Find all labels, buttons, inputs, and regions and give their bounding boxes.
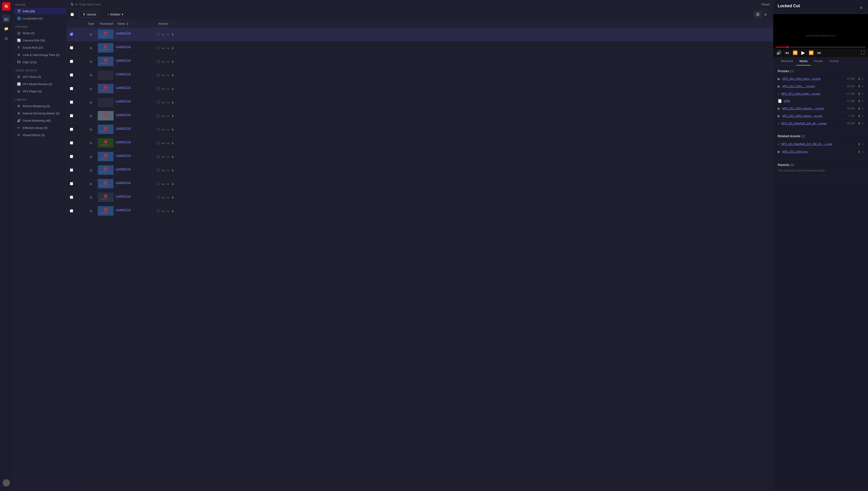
expand-button[interactable]: › <box>79 141 82 146</box>
volume-icon[interactable]: 🔊 <box>776 50 781 55</box>
row-checkbox[interactable] <box>70 87 73 90</box>
sidebar-item-clips[interactable]: 🎞 Clips (210) <box>14 59 65 65</box>
download-button[interactable]: ⬇ <box>171 60 174 64</box>
proxy-download-button[interactable]: ⬇ <box>858 85 861 88</box>
table-row[interactable]: › ⧉ Locked Cut — ⓘ ⇔ ↪ ⬇ <box>67 55 773 68</box>
sidebar-item-vfx-shots[interactable]: 🖥 VFX Shots (0) <box>14 74 65 80</box>
expand-button[interactable]: › <box>79 154 82 160</box>
download-button[interactable]: ⬇ <box>171 155 174 159</box>
table-row[interactable]: › ⧉ Locked Cut — ⓘ ⇔ ↪ ⬇ <box>67 191 773 204</box>
media-tab[interactable]: Media <box>796 57 810 65</box>
expand-button[interactable]: › <box>79 114 82 119</box>
add-filter-icon[interactable]: + <box>75 2 78 6</box>
table-row[interactable]: › ⧉ Locked Cut — ⓘ ⇔ ↪ ⬇ <box>67 177 773 191</box>
link-button[interactable]: ⇔ <box>162 33 165 37</box>
proxy-arrow-icon[interactable]: › <box>862 77 864 81</box>
related-asset-arrow-icon[interactable]: › <box>862 142 864 146</box>
people-tab[interactable]: People <box>811 57 826 65</box>
sidebar-item-shots[interactable]: 🎥 Shots (0) <box>14 30 65 36</box>
proxy-arrow-icon[interactable]: › <box>862 85 864 88</box>
list-view-button[interactable]: ☰ <box>754 11 762 18</box>
share-button[interactable]: ↪ <box>166 209 169 213</box>
share-button[interactable]: ↪ <box>166 196 169 200</box>
download-button[interactable]: ⬇ <box>171 33 174 37</box>
info-button[interactable]: ⓘ <box>157 127 160 132</box>
asset-name-link[interactable]: Locked Cut <box>116 99 157 103</box>
asset-name-link[interactable]: Locked Cut <box>116 58 157 62</box>
row-checkbox[interactable] <box>70 33 73 36</box>
table-row[interactable]: › ⧉ Locked Cut — ⓘ ⇔ ↪ ⬇ <box>67 96 773 109</box>
share-button[interactable]: ↪ <box>166 87 169 91</box>
link-button[interactable]: ⇔ <box>162 46 165 50</box>
metadata-tab[interactable]: Metadata <box>778 57 796 65</box>
row-checkbox[interactable] <box>70 114 73 117</box>
sidebar-item-vfx-media[interactable]: 🔄 VFX Media Review (0) <box>14 81 65 87</box>
table-row[interactable]: › ⧉ Locked Cut — ⓘ ⇔ ↪ ⬇ <box>67 109 773 123</box>
proxy-row[interactable]: ▶ NPS_S01_h264_... xy.mp4 68 MB ⬇ › <box>778 83 864 90</box>
sidebar-item-camera-roll[interactable]: 🔄 Camera Roll (26) <box>14 37 65 44</box>
expand-button[interactable]: › <box>79 73 82 78</box>
row-checkbox[interactable] <box>70 182 73 185</box>
related-asset-name[interactable]: NPS_s01_Nearfield_2ch_48k_24... .L.wav <box>781 142 856 146</box>
table-row[interactable]: › ⧉ Locked Cut — ⓘ ⇔ ↪ ⬇ <box>67 68 773 82</box>
proxy-download-button[interactable]: ⬇ <box>858 99 861 103</box>
download-button[interactable]: ⬇ <box>171 182 174 186</box>
fast-forward-button[interactable]: ⏭ <box>817 51 822 55</box>
expand-button[interactable]: › <box>79 87 82 91</box>
proxy-name[interactable]: NPS_S01_h264_... xy.mp4 <box>782 85 845 88</box>
proxy-download-button[interactable]: ⬇ <box>858 107 861 110</box>
proxy-arrow-icon[interactable]: › <box>862 122 864 125</box>
proxy-name[interactable]: NPS_s01_Nearfield_2ch_48... xy.wav <box>781 122 845 125</box>
folder-nav-button[interactable]: 📁 <box>2 25 10 33</box>
proxy-arrow-icon[interactable]: › <box>862 107 864 110</box>
table-row[interactable]: › ⧉ Locked Cut — ⓘ ⇔ ↪ ⬇ <box>67 137 773 150</box>
proxy-download-button[interactable]: ⬇ <box>858 114 861 118</box>
download-button[interactable]: ⬇ <box>171 209 174 213</box>
expand-button[interactable]: › <box>79 168 82 173</box>
row-checkbox[interactable] <box>70 196 73 199</box>
share-button[interactable]: ↪ <box>166 74 169 78</box>
link-button[interactable]: ⇔ <box>162 209 165 213</box>
proxy-arrow-icon[interactable]: › <box>862 92 864 95</box>
link-button[interactable]: ⇔ <box>162 155 165 159</box>
proxy-row[interactable]: ▶ NPS_S01_h264_hires... xy.mp4 62 MB ⬇ › <box>778 75 864 83</box>
table-row[interactable]: › ⧉ Locked Cut — ⓘ ⇔ ↪ ⬇ <box>67 41 773 55</box>
sidebar-item-look-interchange[interactable]: ⚙ Look & Interchange Files (0) <box>14 51 65 58</box>
sidebar-item-sound-mastering[interactable]: 🔊 Sound Mastering (46) <box>14 117 65 124</box>
proxy-name[interactable]: NPS_S01_h264_generic... xy.mp4 <box>782 107 845 110</box>
download-button[interactable]: ⬇ <box>171 46 174 50</box>
expand-button[interactable]: › <box>79 32 82 37</box>
table-row[interactable]: › ⧉ Locked Cut — ⓘ ⇔ ↪ ⬇ <box>67 123 773 137</box>
step-back-button[interactable]: ⏪ <box>793 50 798 55</box>
grid-view-button[interactable]: ⊞ <box>762 11 769 18</box>
sidebar-item-visual-effects[interactable]: ✦ Visual Effects (0) <box>14 132 65 138</box>
info-button[interactable]: ⓘ <box>157 46 160 50</box>
asset-name-link[interactable]: Locked Cut <box>116 140 157 143</box>
table-row[interactable]: › ⧉ Locked Cut — ⓘ ⇔ ↪ ⬇ <box>67 150 773 164</box>
share-button[interactable]: ↪ <box>166 46 169 50</box>
related-asset-download-button[interactable]: ⬇ <box>858 142 861 146</box>
row-checkbox[interactable] <box>70 155 73 158</box>
sidebar-item-editorial-library[interactable]: ✂ Editorial Library (0) <box>14 124 65 131</box>
asset-name-link[interactable]: Locked Cut <box>116 72 157 76</box>
expand-button[interactable]: › <box>79 127 82 132</box>
share-button[interactable]: ↪ <box>166 128 169 132</box>
proxy-download-button[interactable]: ⬇ <box>858 77 861 81</box>
proxy-name[interactable]: NPS_S01_h264_prores... xy.mov <box>782 114 847 118</box>
download-button[interactable]: ⬇ <box>171 87 174 91</box>
proxy-row[interactable]: ♪ NPS_S01_h264_audio... xy.mov 3.9 MB ⬇ … <box>778 90 864 97</box>
asset-name-link[interactable]: Locked Cut <box>116 153 157 157</box>
download-button[interactable]: ⬇ <box>171 141 174 145</box>
proxy-download-button[interactable]: ⬇ <box>858 92 861 95</box>
fullscreen-button[interactable]: ⛶ <box>861 51 865 55</box>
link-button[interactable]: ⇔ <box>162 182 165 186</box>
video-progress-bar[interactable] <box>773 47 868 49</box>
link-button[interactable]: ⇔ <box>162 141 165 145</box>
row-checkbox[interactable] <box>70 74 73 77</box>
share-button[interactable]: ↪ <box>166 114 169 118</box>
related-asset-row[interactable]: ▶ NPS_S01_h264.mov ⬇ › <box>778 148 864 155</box>
asset-name-link[interactable]: Locked Cut <box>116 113 157 116</box>
share-button[interactable]: ↪ <box>166 155 169 159</box>
share-button[interactable]: ↪ <box>166 60 169 64</box>
asset-name-link[interactable]: Locked Cut <box>116 194 157 198</box>
